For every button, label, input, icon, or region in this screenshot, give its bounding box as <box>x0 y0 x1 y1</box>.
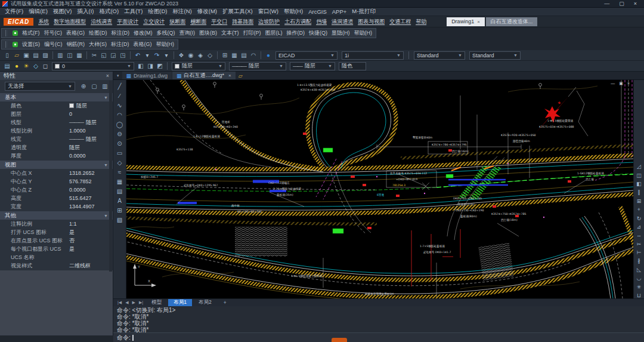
canvas-close-icon[interactable]: × <box>627 81 630 86</box>
minimize-button[interactable]: — <box>604 1 609 7</box>
file-tab-menu-icon[interactable]: ▾ <box>114 73 122 78</box>
format-menu-item[interactable]: 格式(F) <box>22 29 40 37</box>
restore-button[interactable]: ▢ <box>619 1 624 7</box>
format-menu-item[interactable]: 帮助(H) <box>354 29 373 37</box>
anno-menu-item[interactable]: 编号(C) <box>44 41 63 48</box>
anno-menu-item[interactable]: 帮助(H) <box>156 41 175 48</box>
layer-manager-icon[interactable]: ▤ <box>2 61 12 70</box>
stretch-icon[interactable]: ↔ <box>634 231 644 239</box>
layer-isolate-icon[interactable]: ◩ <box>155 61 165 70</box>
open-icon[interactable]: ▱ <box>12 51 21 60</box>
property-value[interactable]: 是 <box>69 229 75 236</box>
property-value[interactable]: 随层 <box>69 102 87 110</box>
property-value[interactable]: 515.6427 <box>69 195 92 201</box>
eicad-menu-item[interactable]: 交通工程 <box>389 18 411 26</box>
eicad-menu-item[interactable]: 图表与视图 <box>358 18 385 26</box>
spline-icon[interactable]: ≈ <box>114 167 125 177</box>
property-value[interactable]: 0.0000 <box>69 153 86 159</box>
quick-select-icon[interactable]: ▥ <box>100 82 110 91</box>
menu-item[interactable]: 文件(F) <box>5 8 23 16</box>
layer-combo[interactable]: 0 ▼ <box>52 62 134 70</box>
file-tab-drawing1[interactable]: ▦ Drawing1.dwg <box>122 72 172 79</box>
trim-icon[interactable]: ✂ <box>634 240 644 248</box>
line-icon[interactable]: ╱ <box>114 81 125 91</box>
menu-item[interactable]: 插入(I) <box>77 8 94 16</box>
property-section-header[interactable]: 视图▼ <box>0 161 113 169</box>
color-combo[interactable]: 随层 ▼ <box>172 62 225 70</box>
eicad-menu-item[interactable]: 挡墙 <box>316 18 327 26</box>
tab-layout2[interactable]: 布局2 <box>193 299 217 306</box>
eicad-menu-item[interactable]: 系统 <box>38 18 49 26</box>
anno-menu-item[interactable]: 设置(S) <box>22 41 40 48</box>
eicad-menu-item[interactable]: 沿线调查 <box>91 18 112 26</box>
dim-style-combo[interactable]: Standard▼ <box>414 51 465 60</box>
redo-icon[interactable]: ↷ <box>152 51 162 60</box>
menu-item[interactable]: 视图(V) <box>53 8 72 16</box>
eicad-menu-item[interactable]: 立交设计 <box>143 18 165 26</box>
linetype-combo[interactable]: ——— 随层 ▼ <box>229 62 286 70</box>
property-value[interactable]: 0.0000 <box>69 187 86 193</box>
menu-item[interactable]: 标注(N) <box>173 8 192 16</box>
property-value[interactable]: 随层 <box>69 144 80 152</box>
anno-menu-item[interactable]: 钢筋(R) <box>67 41 85 48</box>
doc-tab-close-icon[interactable]: × <box>477 19 480 24</box>
plot-preview-icon[interactable]: ◫ <box>65 51 75 60</box>
anno-menu-item[interactable]: 大样(S) <box>89 41 107 48</box>
fillet-icon[interactable]: ◡ <box>634 274 644 282</box>
palette-close-icon[interactable]: × <box>106 73 109 79</box>
block-icon[interactable]: ▧ <box>114 215 125 224</box>
export-icon[interactable]: ▨ <box>41 51 50 60</box>
layout-nav-icon[interactable]: ▶| <box>137 300 145 305</box>
eicad-menu-item[interactable]: 数字地面模型 <box>54 18 86 26</box>
format-menu-item[interactable]: 快捷(Q) <box>309 29 327 37</box>
render-sphere-icon[interactable]: ● <box>264 51 273 60</box>
property-section-header[interactable]: 其他▼ <box>0 211 113 220</box>
zoom-realtime-icon[interactable]: ◉ <box>186 51 196 60</box>
match-properties-icon[interactable]: ◳ <box>118 51 128 60</box>
property-value[interactable]: ———随层 <box>69 119 97 127</box>
point-icon[interactable]: ⊙ <box>114 138 125 148</box>
table-icon[interactable]: ⊞ <box>114 205 125 215</box>
format-menu-item[interactable]: 打印(P) <box>243 29 261 37</box>
polyline-icon[interactable]: ∿ <box>114 100 125 110</box>
tab-layout1[interactable]: 布局1 <box>168 299 192 306</box>
property-value[interactable]: 1:1 <box>69 221 77 227</box>
eicad-menu-item[interactable]: 土石方调配 <box>284 18 311 26</box>
anno-menu-item[interactable]: 表格(G) <box>134 41 152 48</box>
eicad-menu-item[interactable]: 帮助 <box>416 18 426 26</box>
region-icon[interactable]: ▤ <box>114 186 125 196</box>
selection-combo[interactable]: 无选择 ▼ <box>5 82 75 91</box>
format-menu-item[interactable]: 图块(B) <box>199 29 217 37</box>
lock-icon[interactable]: ◻ <box>41 61 50 70</box>
toolbar-grip[interactable] <box>5 41 7 48</box>
menu-item[interactable]: 修改(M) <box>197 8 217 16</box>
lineweight-combo[interactable]: —— 随层 ▼ <box>290 62 335 70</box>
format-menu-item[interactable]: 文本(T) <box>221 29 239 37</box>
menu-item[interactable]: 扩展工具(X) <box>222 8 253 16</box>
property-value[interactable]: 1344.4907 <box>69 204 95 209</box>
layout-nav-icon[interactable]: |◀ <box>116 300 123 305</box>
circle-icon[interactable]: ◯ <box>114 119 125 129</box>
array-icon[interactable]: ⊞ <box>634 197 644 205</box>
zoom-previous-icon[interactable]: ◇ <box>205 51 215 60</box>
format-menu-item[interactable]: 多线(Q) <box>157 29 175 37</box>
anno-menu-item[interactable]: 标注(D) <box>111 41 129 48</box>
eicad-menu-item[interactable]: 路基路面 <box>232 18 253 26</box>
ellipse-icon[interactable]: ⊖ <box>114 129 125 138</box>
layer-previous-icon[interactable]: ◧ <box>136 61 145 70</box>
text-style-combo[interactable]: 1i▼ <box>342 51 404 60</box>
mirror-icon[interactable]: ◧ <box>634 180 644 188</box>
tab-model[interactable]: 模型 <box>146 299 167 306</box>
undo-icon[interactable]: ↶ <box>133 51 143 60</box>
polygon-icon[interactable]: ◇ <box>114 158 125 167</box>
format-menu-item[interactable]: 查询(I) <box>179 29 196 37</box>
publish-icon[interactable]: ▦ <box>75 51 84 60</box>
plotstyle-combo[interactable]: 随色 <box>339 62 366 70</box>
format-menu-item[interactable]: 绘图(D) <box>89 29 107 37</box>
menu-item[interactable]: APP+ <box>332 8 347 15</box>
property-value[interactable]: 二维线框 <box>69 262 91 270</box>
menu-item[interactable]: 窗口(W) <box>258 8 278 16</box>
paste-icon[interactable]: ◲ <box>109 51 118 60</box>
drawing-canvas[interactable]: Y X N1-4×13.5预应力砼连续箱梁K3574+438→K3574+492… <box>126 80 633 298</box>
property-value[interactable]: 576.7852 <box>69 178 92 184</box>
